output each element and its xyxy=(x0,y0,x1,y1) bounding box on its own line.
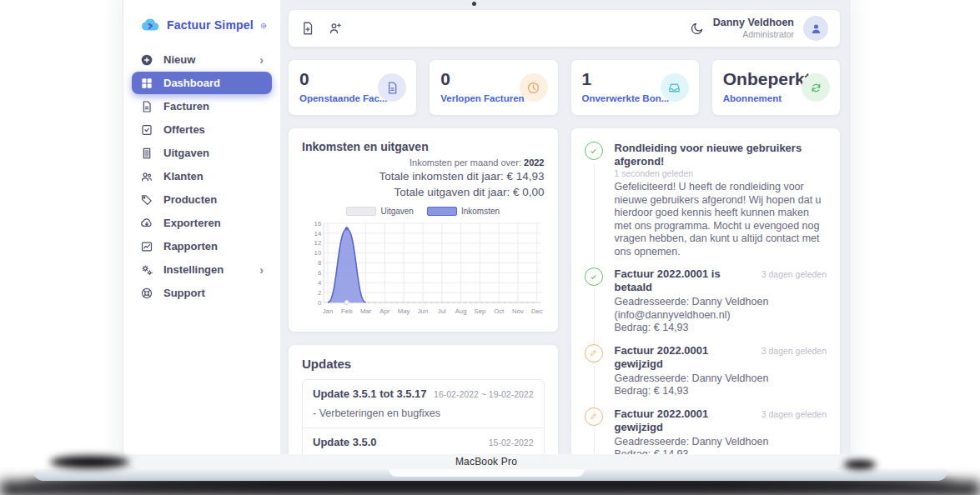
stat-label-link[interactable]: Verlopen Facturen xyxy=(440,93,530,103)
app-logo[interactable]: Factuur Simpel xyxy=(123,13,280,47)
laptop-screen: Factuur Simpel Nieuw › Dashboard Facture… xyxy=(123,0,849,469)
cloud-download-icon xyxy=(140,217,153,230)
notification-item: Rondleiding voor nieuwe gebruikers afger… xyxy=(585,142,827,268)
cloud-logo-icon xyxy=(140,15,160,35)
chart-subtitle: Inkomsten per maand over: 2022 xyxy=(302,157,545,169)
notification-item: Factuur 2022.0001 gewijzigd 3 dagen gele… xyxy=(585,344,827,408)
stat-cards-row: 0 Openstaande Fac... 0 Verlopen Facturen… xyxy=(289,60,840,115)
hinge-shadow-right xyxy=(844,460,876,469)
income-expenses-chart: 0246810121416JanFebMarAprMayJunJulAugSep… xyxy=(302,218,545,323)
svg-text:Nov: Nov xyxy=(512,308,524,315)
new-client-icon[interactable] xyxy=(328,21,343,36)
dark-mode-moon-icon[interactable] xyxy=(690,22,704,36)
stat-label-link[interactable]: Abonnement xyxy=(723,93,813,103)
svg-text:Mar: Mar xyxy=(360,308,372,315)
topbar-right: Danny Veldhoen Administrator xyxy=(690,16,828,41)
sidebar-item-exporteren[interactable]: Exporteren xyxy=(132,212,272,234)
app-title: Factuur Simpel xyxy=(167,18,254,32)
svg-text:Jan: Jan xyxy=(323,308,333,315)
svg-text:Sep: Sep xyxy=(475,308,486,315)
legend-item: Uitgaven xyxy=(346,207,413,216)
edit-circle-icon xyxy=(585,408,603,426)
chart-summary: Inkomsten per maand over: 2022 Totale in… xyxy=(302,157,545,201)
new-invoice-icon[interactable] xyxy=(300,21,315,36)
notifications-card: Rondleiding voor nieuwe gebruikers afger… xyxy=(571,128,841,454)
total-income-line: Totale inkomsten dit jaar: € 14,93 xyxy=(302,169,545,185)
lifebuoy-icon xyxy=(140,287,153,300)
svg-text:8: 8 xyxy=(318,259,322,267)
svg-text:Oct: Oct xyxy=(494,308,505,315)
sidebar-item-facturen[interactable]: Facturen xyxy=(132,95,272,118)
offer-check-icon xyxy=(140,123,153,137)
user-role: Administrator xyxy=(713,29,794,40)
total-expenses-line: Totale uitgaven dit jaar: € 0,00 xyxy=(302,185,545,201)
svg-text:0: 0 xyxy=(318,299,322,307)
invoice-icon xyxy=(378,73,406,102)
updates-title: Updates xyxy=(302,357,545,371)
notification-item: Factuur 2022.0001 is betaald 3 dagen gel… xyxy=(585,268,827,344)
chart-line-icon xyxy=(140,240,153,253)
notification-body: Geadresseerde: Danny Veldhoen (info@dann… xyxy=(615,296,827,335)
svg-text:12: 12 xyxy=(314,240,322,248)
chart-legend: UitgavenInkomsten xyxy=(302,207,545,216)
stat-card[interactable]: 0 Openstaande Fac... xyxy=(289,60,416,115)
notification-item: Factuur 2022.0001 gewijzigd 3 dagen gele… xyxy=(585,408,827,455)
sidebar-item-instellingen[interactable]: Instellingen › xyxy=(132,258,272,281)
stat-label-link[interactable]: Openstaande Fac... xyxy=(299,93,389,103)
sidebar-item-offertes[interactable]: Offertes xyxy=(132,118,272,141)
hinge-shadow-left xyxy=(50,456,129,468)
plus-circle-icon xyxy=(140,53,153,67)
stat-label-link[interactable]: Onverwerkte Bon... xyxy=(582,93,672,103)
dashboard-columns: Inkomsten en uitgaven Inkomsten per maan… xyxy=(289,128,840,454)
svg-text:10: 10 xyxy=(314,249,322,257)
update-title: Update 3.5.0 xyxy=(313,436,377,448)
svg-text:4: 4 xyxy=(318,279,322,287)
sidebar-item-klanten[interactable]: Klanten xyxy=(132,165,272,188)
webcam-dot-icon xyxy=(472,2,476,6)
updates-card: Updates Update 3.5.1 tot 3.5.17 16-02-20… xyxy=(289,345,558,454)
tag-icon xyxy=(140,193,153,207)
notification-time: 3 dagen geleden xyxy=(761,269,827,279)
update-entry: Update 3.5.0 15-02-2022 ↑ U kunt nu reed… xyxy=(303,428,544,454)
sidebar-item-support[interactable]: Support xyxy=(132,282,272,304)
sidebar-menu: Nieuw › Dashboard Facturen Offertes Uitg… xyxy=(123,47,280,304)
legend-item: Inkomsten xyxy=(427,207,500,216)
laptop-base xyxy=(33,469,947,481)
notification-body: Geadresseerde: Danny VeldhoenBedrag: € 1… xyxy=(615,436,827,455)
stat-card[interactable]: 1 Onverwerkte Bon... xyxy=(571,60,699,115)
stat-card[interactable]: 0 Verlopen Facturen xyxy=(430,60,557,115)
notification-title: Factuur 2022.0001 gewijzigd xyxy=(615,344,755,371)
left-column: Inkomsten en uitgaven Inkomsten per maan… xyxy=(289,128,558,454)
main-content: Danny Veldhoen Administrator 0 Openstaan… xyxy=(280,0,849,454)
notification-title: Rondleiding voor nieuwe gebruikers afger… xyxy=(615,142,827,168)
sidebar-item-nieuw[interactable]: Nieuw › xyxy=(132,48,272,71)
svg-text:14: 14 xyxy=(314,230,322,238)
svg-text:Feb: Feb xyxy=(341,308,353,315)
device-label: MacBook Pro xyxy=(123,454,849,469)
user-meta: Danny Veldhoen Administrator xyxy=(713,17,794,41)
sidebar-item-uitgaven[interactable]: Uitgaven xyxy=(132,142,272,164)
updates-list: Update 3.5.1 tot 3.5.17 16-02-2022 ~ 19-… xyxy=(302,379,545,454)
users-icon xyxy=(140,170,153,183)
legend-swatch xyxy=(427,207,457,216)
svg-text:6: 6 xyxy=(318,269,322,277)
svg-text:Jul: Jul xyxy=(438,308,446,315)
update-date: 16-02-2022 ~ 19-02-2022 xyxy=(434,389,533,399)
sidebar: Factuur Simpel Nieuw › Dashboard Facture… xyxy=(123,0,280,454)
target-icon[interactable] xyxy=(260,18,267,32)
stat-card[interactable]: Onbeperkt Abonnement xyxy=(712,60,840,115)
sidebar-item-rapporten[interactable]: Rapporten xyxy=(132,235,272,258)
svg-text:16: 16 xyxy=(314,220,322,228)
invoice-icon xyxy=(140,100,153,113)
avatar[interactable] xyxy=(803,16,828,41)
sidebar-item-dashboard[interactable]: Dashboard xyxy=(132,72,272,94)
notification-body: Geadresseerde: Danny VeldhoenBedrag: € 1… xyxy=(615,372,827,398)
notification-time: 3 dagen geleden xyxy=(761,409,827,419)
sidebar-item-producten[interactable]: Producten xyxy=(132,188,272,211)
gears-icon xyxy=(140,263,153,277)
update-title: Update 3.5.1 tot 3.5.17 xyxy=(313,388,427,400)
factuur-simpel-app: Factuur Simpel Nieuw › Dashboard Facture… xyxy=(123,0,849,454)
inbox-icon xyxy=(661,73,689,102)
notification-title: Factuur 2022.0001 gewijzigd xyxy=(615,408,755,434)
update-entry: Update 3.5.1 tot 3.5.17 16-02-2022 ~ 19-… xyxy=(303,380,544,428)
